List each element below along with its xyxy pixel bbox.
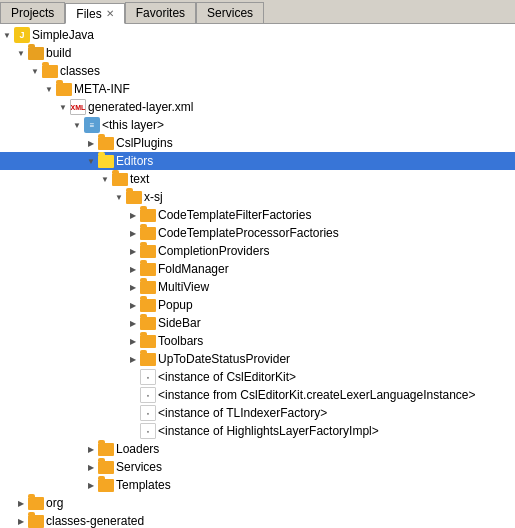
instance-icon: ▪: [140, 405, 156, 421]
tree-node[interactable]: Loaders: [0, 440, 515, 458]
tree-node-label: SideBar: [158, 316, 201, 330]
tree-expander[interactable]: [84, 154, 98, 168]
tree-expander[interactable]: [14, 496, 28, 510]
tree-expander[interactable]: [126, 226, 140, 240]
tree-node-label: Toolbars: [158, 334, 203, 348]
tree-expander: [126, 388, 140, 402]
tree-expander[interactable]: [84, 136, 98, 150]
tree-node[interactable]: Editors: [0, 152, 515, 170]
tree-node-label: FoldManager: [158, 262, 229, 276]
tree-expander[interactable]: [14, 46, 28, 60]
tree-node-label: CodeTemplateProcessorFactories: [158, 226, 339, 240]
tree-node[interactable]: text: [0, 170, 515, 188]
tree-expander[interactable]: [42, 82, 56, 96]
tab-files[interactable]: Files ✕: [65, 3, 124, 24]
tree-expander[interactable]: [126, 298, 140, 312]
folder-icon: [140, 333, 156, 349]
tree-node[interactable]: ▪<instance of TLIndexerFactory>: [0, 404, 515, 422]
tree-node[interactable]: Services: [0, 458, 515, 476]
folder-icon: [140, 225, 156, 241]
tab-projects-label: Projects: [11, 6, 54, 20]
tree-node[interactable]: ≡<this layer>: [0, 116, 515, 134]
tree-expander[interactable]: [84, 442, 98, 456]
tree-node-label: Loaders: [116, 442, 159, 456]
tree-expander[interactable]: [70, 118, 84, 132]
tree-expander[interactable]: [84, 460, 98, 474]
tree-expander[interactable]: [126, 316, 140, 330]
folder-icon: [98, 441, 114, 457]
tree-node[interactable]: x-sj: [0, 188, 515, 206]
tree-expander[interactable]: [126, 334, 140, 348]
tree-node[interactable]: UpToDateStatusProvider: [0, 350, 515, 368]
folder-icon: [98, 459, 114, 475]
tree-node-label: classes-generated: [46, 514, 144, 528]
folder-icon: [140, 351, 156, 367]
instance-icon: ▪: [140, 369, 156, 385]
tree-node-label: <this layer>: [102, 118, 164, 132]
tree-node[interactable]: Toolbars: [0, 332, 515, 350]
tree-node-label: build: [46, 46, 71, 60]
tree-node[interactable]: XMLgenerated-layer.xml: [0, 98, 515, 116]
tree-node[interactable]: ▪<instance of HighlightsLayerFactoryImpl…: [0, 422, 515, 440]
tree-expander[interactable]: [126, 244, 140, 258]
file-tree[interactable]: JSimpleJavabuildclassesMETA-INFXMLgenera…: [0, 24, 515, 528]
tab-projects[interactable]: Projects: [0, 2, 65, 23]
tree-node[interactable]: Popup: [0, 296, 515, 314]
tree-expander[interactable]: [126, 280, 140, 294]
tree-expander[interactable]: [84, 478, 98, 492]
folder-icon: [140, 315, 156, 331]
tree-node[interactable]: classes-generated: [0, 512, 515, 528]
layer-icon: ≡: [84, 117, 100, 133]
tree-node[interactable]: CodeTemplateProcessorFactories: [0, 224, 515, 242]
folder-icon: [140, 207, 156, 223]
tree-expander[interactable]: [56, 100, 70, 114]
folder-icon: [98, 135, 114, 151]
tab-services-label: Services: [207, 6, 253, 20]
tree-node[interactable]: SideBar: [0, 314, 515, 332]
tab-services[interactable]: Services: [196, 2, 264, 23]
tree-node-label: Editors: [116, 154, 153, 168]
tree-node[interactable]: META-INF: [0, 80, 515, 98]
tree-node-label: CslPlugins: [116, 136, 173, 150]
tree-node[interactable]: MultiView: [0, 278, 515, 296]
folder-icon: [28, 513, 44, 528]
tree-node[interactable]: FoldManager: [0, 260, 515, 278]
tab-favorites[interactable]: Favorites: [125, 2, 196, 23]
folder-icon: [126, 189, 142, 205]
tree-node[interactable]: ▪<instance from CslEditorKit.createLexer…: [0, 386, 515, 404]
tree-node[interactable]: CompletionProviders: [0, 242, 515, 260]
tree-node-label: MultiView: [158, 280, 209, 294]
tree-node[interactable]: ▪<instance of CslEditorKit>: [0, 368, 515, 386]
folder-icon: [140, 261, 156, 277]
tree-node[interactable]: Templates: [0, 476, 515, 494]
tree-node-label: Popup: [158, 298, 193, 312]
tree-node[interactable]: JSimpleJava: [0, 26, 515, 44]
folder-icon: [98, 153, 114, 169]
tree-expander[interactable]: [0, 28, 14, 42]
tree-expander[interactable]: [126, 208, 140, 222]
tree-node-label: <instance of CslEditorKit>: [158, 370, 296, 384]
tree-node[interactable]: build: [0, 44, 515, 62]
tree-expander[interactable]: [14, 514, 28, 528]
tree-node[interactable]: CslPlugins: [0, 134, 515, 152]
instance-icon: ▪: [140, 387, 156, 403]
tree-node[interactable]: org: [0, 494, 515, 512]
tree-node-label: generated-layer.xml: [88, 100, 193, 114]
tree-expander[interactable]: [98, 172, 112, 186]
tab-bar: Projects Files ✕ Favorites Services: [0, 0, 515, 24]
tree-node[interactable]: CodeTemplateFilterFactories: [0, 206, 515, 224]
tree-node[interactable]: classes: [0, 62, 515, 80]
tree-expander[interactable]: [126, 262, 140, 276]
tree-expander: [126, 424, 140, 438]
instance-icon: ▪: [140, 423, 156, 439]
tree-node-label: text: [130, 172, 149, 186]
tab-files-close[interactable]: ✕: [106, 8, 114, 19]
folder-build-icon: [28, 45, 44, 61]
tree-expander[interactable]: [28, 64, 42, 78]
folder-icon: [42, 63, 58, 79]
main-window: Projects Files ✕ Favorites Services JSim…: [0, 0, 515, 528]
tree-expander[interactable]: [112, 190, 126, 204]
tab-favorites-label: Favorites: [136, 6, 185, 20]
folder-icon: [140, 297, 156, 313]
tree-expander[interactable]: [126, 352, 140, 366]
